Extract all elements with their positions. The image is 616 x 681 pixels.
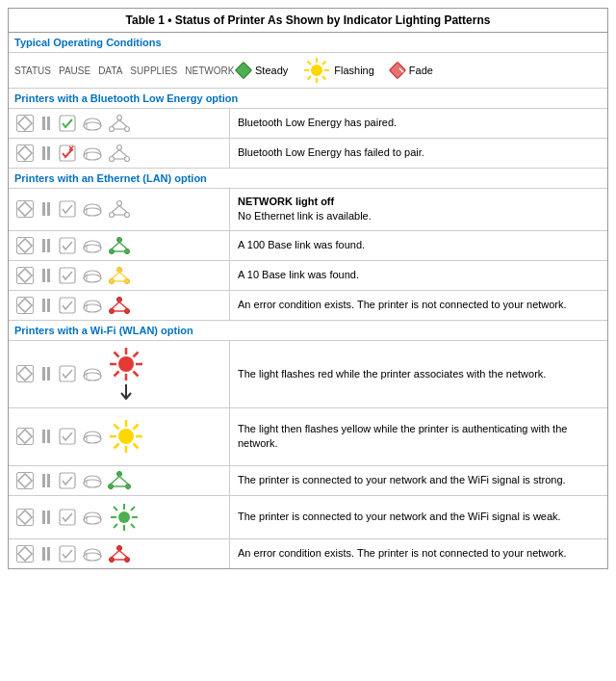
svg-line-32 (119, 150, 127, 157)
supplies-icon-gray2 (82, 144, 103, 162)
svg-line-41 (112, 206, 119, 213)
wifi-row-2: The light then flashes yellow while the … (9, 408, 607, 466)
eth-row-3: A 10 Base link was found. (9, 261, 607, 291)
wifi5-pause-gray (39, 545, 53, 563)
svg-line-100 (115, 444, 119, 449)
eth4-network-red (109, 297, 130, 314)
flashing-icon (303, 57, 330, 84)
status-icon-gray (16, 115, 34, 132)
svg-point-28 (117, 145, 122, 150)
wifi-row3-icons (9, 466, 230, 495)
table-title: Table 1 • Status of Printer As Shown by … (9, 9, 607, 33)
svg-line-132 (119, 550, 127, 557)
fade-label: Fade (409, 65, 433, 76)
svg-point-39 (110, 213, 115, 218)
wifi4-status-gray (16, 509, 34, 526)
svg-rect-44 (18, 239, 32, 252)
svg-point-68 (117, 297, 122, 301)
col-pause: PAUSE (59, 65, 90, 76)
wifi1-sunburst-stack (109, 347, 143, 401)
svg-line-52 (119, 242, 127, 249)
section-header-typical: Typical Operating Conditions (9, 33, 607, 53)
wifi-row1-desc: The light flashes red while the printer … (230, 341, 607, 407)
wifi-row4-desc: The printer is connected to your network… (230, 496, 607, 538)
legend-row: STATUS PAUSE DATA SUPPLIES NETWORK Stead… (9, 53, 607, 89)
eth3-network-yellow (109, 267, 130, 284)
svg-line-83 (115, 353, 119, 357)
eth2-status-gray (16, 237, 34, 254)
bt-row-2: Bluetooth Low Energy has failed to pair. (9, 139, 607, 169)
section-header-ethernet: Printers with an Ethernet (LAN) option (9, 169, 607, 189)
svg-line-84 (134, 372, 139, 377)
svg-rect-22 (18, 146, 32, 160)
eth-data-gray (59, 200, 76, 218)
svg-point-1 (311, 65, 322, 76)
fade-icon (390, 63, 405, 78)
eth-pause-gray (39, 200, 53, 218)
data-icon-check (59, 115, 76, 132)
svg-rect-125 (60, 546, 75, 562)
svg-line-6 (308, 62, 312, 65)
svg-line-72 (119, 301, 127, 308)
svg-point-115 (118, 511, 130, 523)
pause-icon-gray2 (39, 144, 53, 162)
svg-line-20 (119, 120, 127, 127)
wifi2-supplies-gray (82, 428, 103, 445)
eth3-data-gray (59, 267, 76, 284)
pause-icon-gray (39, 115, 53, 132)
eth4-supplies-gray (82, 297, 103, 314)
eth-row1-desc: NETWORK light off No Ethernet link is av… (230, 189, 607, 230)
eth-row2-icons (9, 231, 230, 260)
legend-steady: Steady (236, 63, 288, 78)
wifi-row2-icons (9, 408, 230, 465)
svg-point-17 (110, 127, 115, 132)
col-supplies: SUPPLIES (130, 65, 177, 76)
wifi2-sunburst-yellow (109, 419, 143, 454)
wifi3-pause-gray (39, 472, 53, 489)
svg-rect-112 (60, 510, 75, 525)
svg-line-97 (115, 425, 119, 430)
svg-line-62 (119, 272, 127, 278)
eth-network-off (109, 200, 130, 218)
wifi-row5-icons (9, 539, 230, 568)
eth-row4-icons (9, 291, 230, 320)
eth2-pause-gray (39, 237, 53, 254)
wifi5-data-gray (59, 545, 76, 563)
svg-line-61 (112, 272, 119, 278)
eth-row-2: A 100 Base link was found. (9, 231, 607, 261)
eth3-supplies-gray (82, 267, 103, 284)
svg-line-108 (111, 476, 119, 484)
svg-point-58 (117, 267, 122, 272)
eth-row2-desc: A 100 Base link was found. (230, 231, 607, 260)
svg-line-109 (119, 476, 128, 484)
svg-point-60 (125, 278, 130, 283)
eth-row3-desc: A 10 Base link was found. (230, 261, 607, 290)
svg-rect-54 (18, 269, 32, 282)
bt-row1-desc: Bluetooth Low Energy has paired. (230, 109, 607, 138)
svg-line-121 (131, 524, 135, 528)
svg-rect-88 (18, 430, 32, 443)
svg-point-70 (125, 308, 130, 313)
steady-icon (236, 63, 251, 78)
svg-rect-102 (60, 473, 75, 488)
wifi3-supplies-gray (82, 472, 103, 489)
svg-point-50 (125, 249, 130, 253)
svg-point-30 (125, 157, 130, 162)
section-header-wifi: Printers with a Wi-Fi (WLAN) option (9, 321, 607, 341)
data-icon-check-red (59, 144, 76, 162)
eth2-data-gray (59, 237, 76, 254)
wifi1-status-gray (16, 365, 34, 382)
svg-line-42 (119, 206, 127, 213)
svg-rect-0 (236, 63, 252, 79)
network-icon-gray (109, 115, 130, 132)
svg-line-122 (131, 507, 135, 511)
bt-row2-icons (9, 139, 230, 168)
svg-rect-124 (18, 547, 32, 561)
wifi2-status-gray (16, 428, 34, 445)
svg-point-40 (125, 213, 130, 218)
svg-point-59 (110, 278, 115, 283)
eth-row4-desc: An error condition exists. The printer i… (230, 291, 607, 320)
wifi2-data-gray (59, 428, 76, 445)
svg-point-107 (126, 484, 131, 488)
col-labels: STATUS PAUSE DATA SUPPLIES NETWORK (14, 65, 236, 76)
